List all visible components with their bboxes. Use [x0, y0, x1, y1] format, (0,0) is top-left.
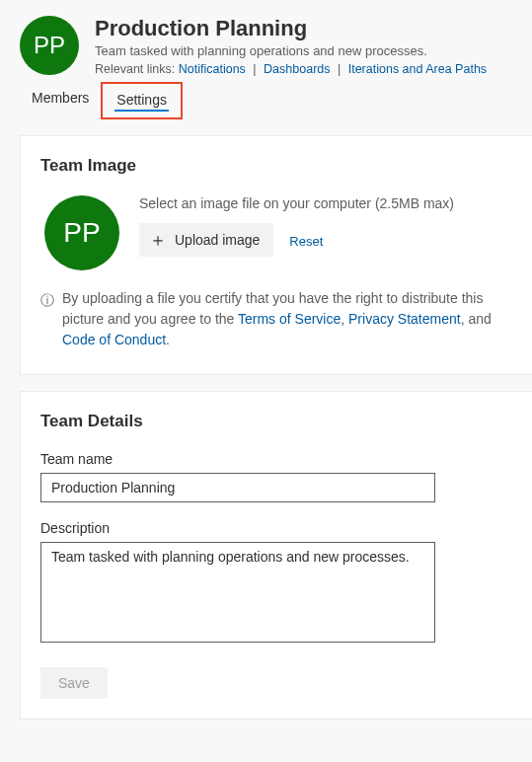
tab-settings-highlight: Settings — [101, 82, 183, 119]
save-button[interactable]: Save — [40, 667, 108, 699]
legal-and: , and — [461, 311, 492, 327]
description-input[interactable] — [40, 542, 435, 643]
team-image-avatar: PP — [44, 195, 119, 270]
legal-period: . — [166, 332, 170, 347]
team-avatar: PP — [20, 16, 79, 75]
link-terms[interactable]: Terms of Service — [238, 311, 341, 327]
header-text: Production Planning Team tasked with pla… — [95, 16, 512, 76]
tab-members[interactable]: Members — [20, 82, 101, 119]
upload-image-button[interactable]: ＋ Upload image — [139, 223, 273, 257]
link-conduct[interactable]: Code of Conduct — [62, 332, 166, 347]
link-dashboards[interactable]: Dashboards — [264, 62, 330, 76]
image-controls: Select an image file on your computer (2… — [139, 195, 454, 257]
reset-link[interactable]: Reset — [289, 234, 323, 249]
link-notifications[interactable]: Notifications — [179, 62, 246, 76]
upload-label: Upload image — [175, 232, 260, 248]
relevant-links: Relevant links: Notifications | Dashboar… — [95, 62, 512, 76]
plus-icon: ＋ — [149, 231, 167, 249]
team-name-label: Team name — [40, 451, 512, 467]
upload-legal: ⓘ By uploading a file you certify that y… — [40, 288, 512, 350]
links-label: Relevant links: — [95, 62, 175, 76]
link-iterations[interactable]: Iterations and Area Paths — [348, 62, 487, 76]
page-header: PP Production Planning Team tasked with … — [0, 0, 532, 76]
upload-hint: Select an image file on your computer (2… — [139, 195, 454, 211]
description-label: Description — [40, 520, 512, 536]
image-row: PP Select an image file on your computer… — [40, 195, 512, 270]
tab-settings[interactable]: Settings — [103, 84, 181, 117]
info-icon: ⓘ — [40, 290, 54, 350]
link-privacy[interactable]: Privacy Statement — [348, 311, 461, 327]
page-subtitle: Team tasked with planning operations and… — [95, 43, 512, 58]
legal-text: By uploading a file you certify that you… — [62, 288, 512, 350]
team-details-heading: Team Details — [40, 412, 512, 431]
link-separator: | — [338, 62, 341, 76]
page-title: Production Planning — [95, 16, 512, 41]
team-image-heading: Team Image — [40, 156, 512, 176]
team-image-card: Team Image PP Select an image file on yo… — [20, 135, 532, 375]
team-name-input[interactable] — [40, 473, 435, 502]
team-details-card: Team Details Team name Description Save — [20, 391, 532, 720]
link-separator: | — [253, 62, 256, 76]
tab-bar: Members Settings — [0, 76, 532, 119]
comma: , — [341, 311, 348, 327]
